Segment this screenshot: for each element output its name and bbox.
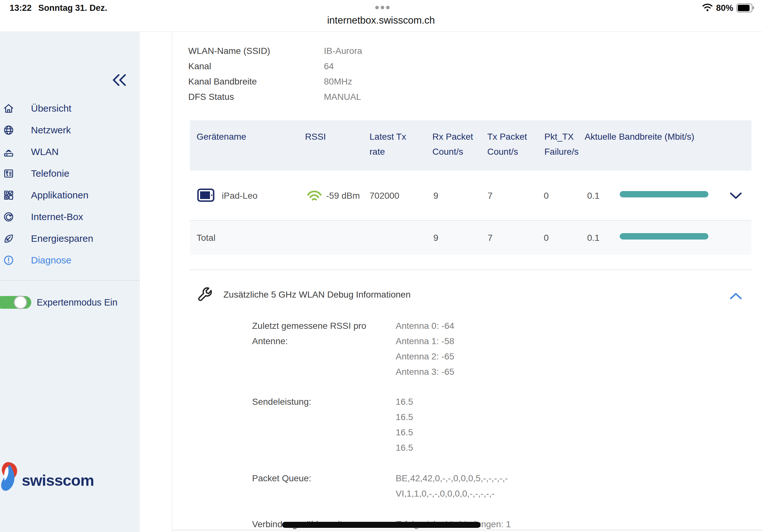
content-divider (172, 32, 172, 532)
device-bandwidth: 0.1 (587, 191, 600, 201)
sidebar-item-energiesparen[interactable]: Energiesparen (0, 228, 140, 249)
info-label: DFS Status (188, 92, 234, 102)
section-collapse-chevron-up-icon[interactable] (729, 292, 742, 301)
internet-globe-icon (3, 211, 14, 223)
info-value: MANUAL (324, 92, 361, 102)
sidebar-item-netzwerk[interactable]: Netzwerk (0, 119, 140, 141)
col-header-pkt-tx-failure: Pkt_TX Failure/s (544, 129, 585, 159)
debug-label-tx-power: Sendeleistung: (252, 394, 393, 410)
toggle-knob (14, 296, 27, 309)
debug-value-antenna-3: Antenna 3: -65 (396, 364, 454, 379)
row-expand-chevron-down-icon[interactable] (729, 192, 742, 201)
section-divider (190, 270, 751, 270)
device-tx-packet-count: 7 (488, 191, 493, 201)
sidebar: Übersicht Netzwerk WLAN (0, 32, 140, 532)
bandwidth-bar (620, 191, 708, 197)
browser-menu-dots[interactable] (375, 6, 390, 9)
total-bandwidth: 0.1 (587, 233, 600, 243)
rssi-signal-icon (306, 189, 323, 204)
debug-value-tx-power-0: 16.5 (396, 394, 413, 410)
debug-value-antenna-1: Antenna 1: -58 (396, 334, 454, 349)
total-rx-packet-count: 9 (433, 233, 438, 243)
swisscom-logo-mark-icon (0, 461, 19, 494)
clock: 13:22 (10, 3, 32, 13)
sidebar-item-wlan[interactable]: WLAN (0, 141, 140, 163)
debug-value-tx-power-1: 16.5 (396, 410, 413, 425)
device-name: iPad-Leo (222, 191, 258, 201)
col-header-bandbreite: Aktuelle Bandbreite (Mbit/s) (584, 129, 744, 144)
debug-label-packet-queue: Packet Queue: (252, 471, 393, 486)
home-indicator[interactable] (282, 522, 481, 528)
sidebar-item-internet-box[interactable]: Internet-Box (0, 206, 140, 228)
total-pkt-tx-failure: 0 (544, 233, 549, 243)
double-chevron-left-icon (111, 83, 128, 88)
debug-value-tx-power-2: 16.5 (396, 425, 413, 440)
swisscom-logo: swisscom (0, 461, 94, 494)
debug-value-tx-power-3: 16.5 (396, 440, 413, 455)
screen: 13:22 Sonntag 31. Dez. internetbox.swiss… (0, 0, 762, 532)
sidebar-item-label: Energiesparen (31, 233, 93, 244)
info-value: 80MHz (324, 77, 352, 87)
sidebar-item-applikationen[interactable]: Applikationen (0, 184, 140, 206)
bottom-divider (172, 530, 762, 530)
info-value: 64 (324, 61, 334, 71)
debug-value-packet-queue-vi: VI,1,1,0,-,-,0,0,0,0,-,-,-,-,- (396, 486, 495, 501)
col-header-geraetename: Gerätename (196, 129, 292, 144)
tablet-icon (197, 188, 214, 203)
device-table-header: Gerätename RSSI Latest Tx rate Rx Packet… (190, 120, 751, 170)
sidebar-item-label: Applikationen (31, 190, 88, 201)
sidebar-item-label: Diagnose (31, 255, 71, 266)
status-bar: 13:22 Sonntag 31. Dez. internetbox.swiss… (0, 0, 762, 32)
phone-book-icon (3, 168, 14, 179)
device-latest-tx-rate: 702000 (369, 191, 399, 201)
sidebar-item-label: Internet-Box (31, 212, 83, 222)
device-rx-packet-count: 9 (433, 191, 438, 201)
total-tx-packet-count: 7 (488, 233, 493, 243)
expert-mode-label: Expertenmodus Ein (37, 297, 117, 308)
col-header-rssi: RSSI (305, 129, 353, 144)
sidebar-item-uebersicht[interactable]: Übersicht (0, 98, 140, 119)
wifi-router-icon (3, 146, 14, 158)
status-date: Sonntag 31. Dez. (38, 3, 107, 13)
debug-value-antenna-0: Antenna 0: -64 (396, 318, 454, 334)
wrench-icon (196, 286, 214, 305)
debug-section-title: Zusätzliche 5 GHz WLAN Debug Information… (223, 290, 411, 300)
sidebar-item-label: Telefonie (31, 168, 69, 179)
info-label: WLAN-Name (SSID) (188, 46, 270, 56)
debug-value-antenna-2: Antenna 2: -65 (396, 349, 454, 364)
sidebar-collapse-button[interactable] (111, 73, 128, 88)
address-bar[interactable]: internetbox.swisscom.ch (0, 15, 762, 26)
device-rssi: -59 dBm (326, 191, 360, 201)
sidebar-divider (0, 280, 140, 281)
debug-value-packet-queue-be: BE,42,42,0,-,-,0,0,0,5,-,-,-,-,- (396, 471, 508, 486)
sidebar-nav: Übersicht Netzwerk WLAN (0, 98, 140, 271)
expert-mode-toggle[interactable] (0, 296, 31, 309)
info-label: Kanal Bandbreite (188, 77, 257, 87)
battery-icon (736, 4, 752, 13)
info-value: IB-Aurora (324, 46, 362, 56)
col-header-latest-tx-rate: Latest Tx rate (369, 129, 410, 159)
debug-label-antenna-rssi: Zuletzt gemessene RSSI pro Antenne: (252, 318, 393, 349)
sidebar-item-diagnose[interactable]: Diagnose (0, 249, 140, 271)
home-icon (3, 103, 14, 114)
col-header-rx-packet: Rx Packet Count/s (432, 129, 476, 159)
sidebar-item-telefonie[interactable]: Telefonie (0, 163, 140, 184)
col-header-tx-packet: Tx Packet Count/s (487, 129, 531, 159)
battery-percent: 80% (716, 3, 733, 13)
sidebar-item-label: Übersicht (31, 103, 71, 114)
leaf-icon (3, 233, 14, 244)
total-bandwidth-bar (620, 233, 708, 239)
device-pkt-tx-failure: 0 (544, 191, 549, 201)
sidebar-item-label: WLAN (31, 146, 59, 157)
info-label: Kanal (188, 61, 211, 71)
total-label: Total (196, 233, 215, 243)
apps-grid-icon (3, 189, 14, 201)
sidebar-item-label: Netzwerk (31, 125, 71, 136)
swisscom-wordmark: swisscom (22, 471, 94, 489)
alert-circle-icon (3, 254, 14, 266)
globe-icon (3, 124, 14, 136)
wifi-status-icon (702, 3, 713, 13)
